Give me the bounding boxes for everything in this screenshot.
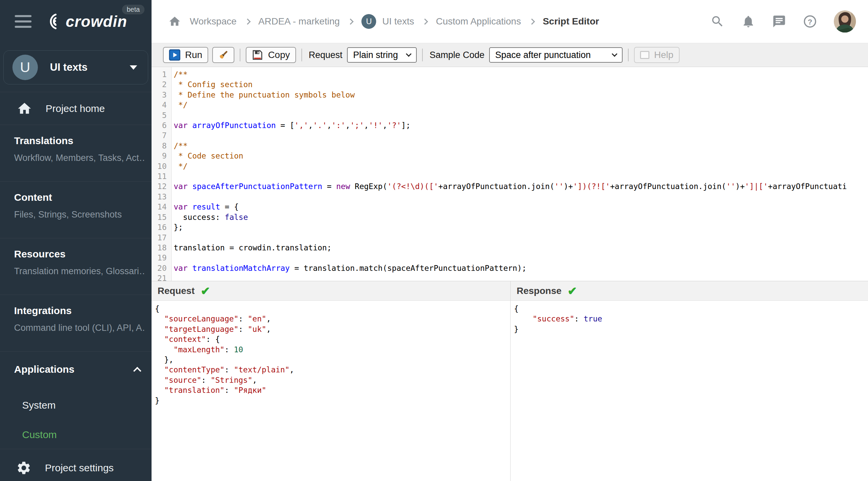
code-token: RegExp( [350, 182, 387, 191]
menu-icon[interactable] [15, 15, 32, 28]
help-icon[interactable]: ? [803, 14, 817, 29]
breadcrumb-item-ardea-marketing[interactable]: ARDEA - marketing [258, 16, 340, 27]
code-token: '!' [369, 121, 383, 130]
code-token: : [238, 325, 248, 333]
code-token: "targetLanguage" [164, 325, 239, 333]
breadcrumb-item-custom-applications[interactable]: Custom Applications [436, 16, 521, 27]
sidebar-item-label: Project settings [45, 462, 114, 474]
code-token [188, 202, 192, 211]
user-avatar[interactable] [834, 10, 856, 33]
search-icon[interactable] [710, 14, 724, 29]
line-number: 16 [152, 222, 167, 232]
applications-item-custom[interactable]: Custom [22, 420, 140, 449]
code-token: "maxLength" [173, 345, 224, 354]
code-token: : [225, 365, 234, 374]
help-button-label: Help [654, 50, 674, 60]
sidebar-section-title: Resources [14, 248, 145, 260]
line-number: 1 [152, 69, 167, 79]
toolbar-separator [240, 49, 240, 61]
line-number: 8 [152, 141, 167, 151]
svg-text:?: ? [808, 18, 812, 26]
copy-button[interactable]: Copy [246, 47, 296, 63]
code-line: /** [174, 69, 868, 79]
request-success-check-icon: ✔ [200, 285, 210, 297]
sidebar-item-label: Project home [45, 103, 105, 114]
sidebar: crowdin beta U UI texts Project home Tra… [0, 0, 152, 481]
line-number: 15 [152, 212, 167, 222]
breadcrumb-item-workspace[interactable]: Workspace [190, 16, 237, 27]
code-token: * Config section [174, 80, 252, 89]
sidebar-section-title: Content [14, 192, 145, 203]
code-token: "context" [164, 335, 206, 344]
top-bar: WorkspaceARDEA - marketingUUI textsCusto… [152, 0, 868, 43]
request-json-editor[interactable]: { "sourceLanguage": "en", "targetLanguag… [152, 301, 510, 481]
code-token: /** [174, 141, 188, 150]
code-token: : [225, 386, 234, 394]
chevron-down-icon [612, 51, 617, 57]
response-panel-title: Response [517, 286, 562, 296]
code-token: ';' [350, 121, 364, 130]
applications-item-system[interactable]: System [22, 390, 140, 420]
code-line [174, 273, 868, 281]
sidebar-item-content[interactable]: ContentFiles, Strings, Screenshots [0, 182, 152, 238]
code-token: , [345, 121, 350, 130]
code-line: * Config section [174, 79, 868, 90]
code-token: : { [206, 335, 220, 344]
code-token: success: [174, 213, 225, 222]
sidebar-item-project-home[interactable]: Project home [0, 92, 152, 125]
code-token: "success" [532, 314, 574, 323]
code-token [155, 335, 164, 344]
sample-code-select[interactable]: Space after punctuation [489, 47, 623, 63]
code-line: * Define the punctuation symbols below [174, 90, 868, 100]
sidebar-section-subtitle: Command line tool (CLI), API, A… [14, 323, 145, 333]
code-token: : [574, 314, 584, 323]
sidebar-item-integrations[interactable]: IntegrationsCommand line tool (CLI), API… [0, 295, 152, 351]
crowdin-logo[interactable]: crowdin [42, 11, 127, 32]
project-avatar: U [12, 55, 38, 80]
code-content[interactable]: /** * Config section * Define the punctu… [172, 67, 868, 281]
applications-header[interactable]: Applications [14, 364, 140, 375]
sidebar-section-title: Integrations [14, 305, 145, 316]
caret-down-icon [130, 65, 137, 70]
code-token: var [174, 264, 188, 272]
chevron-down-icon [406, 51, 412, 57]
clear-brush-button[interactable] [212, 47, 234, 63]
help-box-icon [640, 51, 649, 59]
code-token: /** [174, 70, 188, 79]
messages-icon[interactable] [772, 14, 786, 29]
breadcrumb-item-label: ARDEA - marketing [258, 16, 340, 27]
code-token: */ [174, 101, 188, 109]
breadcrumb-project-avatar: U [362, 14, 376, 29]
code-token [188, 264, 192, 272]
breadcrumb-home-icon[interactable] [168, 15, 181, 28]
code-token: )+ [564, 182, 573, 191]
code-token: translationMatchArray [192, 264, 290, 272]
code-editor[interactable]: 123456789101112131415161718192021 /** * … [152, 67, 868, 281]
request-panel-title: Request [158, 286, 194, 296]
code-token: "Рядки" [234, 386, 266, 394]
sidebar-section-subtitle: Files, Strings, Screenshots [14, 210, 145, 220]
sidebar-item-resources[interactable]: ResourcesTranslation memories, Glossari… [0, 238, 152, 295]
code-token: )+ [736, 182, 745, 191]
chevron-right-icon [422, 19, 428, 25]
sidebar-item-translations[interactable]: TranslationsWorkflow, Members, Tasks, Ac… [0, 125, 152, 181]
request-type-select[interactable]: Plain string [347, 47, 417, 63]
code-line: }; [174, 222, 868, 232]
code-token: result [192, 202, 220, 211]
run-button[interactable]: Run [163, 47, 208, 63]
sidebar-item-project-settings[interactable]: Project settings [0, 449, 152, 481]
breadcrumb-item-label: Workspace [190, 16, 237, 27]
line-number: 5 [152, 110, 167, 120]
code-line: var arrayOfPunctuation = [',','.',':',';… [174, 120, 868, 130]
breadcrumb-item-ui-texts[interactable]: UUI texts [362, 14, 414, 29]
copy-button-label: Copy [268, 50, 290, 60]
editor-toolbar: Run Copy Request Plain string Sampl [152, 43, 868, 67]
code-token: '' [555, 182, 564, 191]
code-token: "Strings" [211, 376, 252, 384]
toolbar-separator [628, 49, 629, 61]
notifications-bell-icon[interactable] [741, 14, 755, 29]
chevron-up-icon [133, 367, 141, 375]
app-window: crowdin beta U UI texts Project home Tra… [0, 0, 868, 481]
project-switcher[interactable]: U UI texts [3, 50, 148, 85]
brush-icon [218, 49, 229, 61]
